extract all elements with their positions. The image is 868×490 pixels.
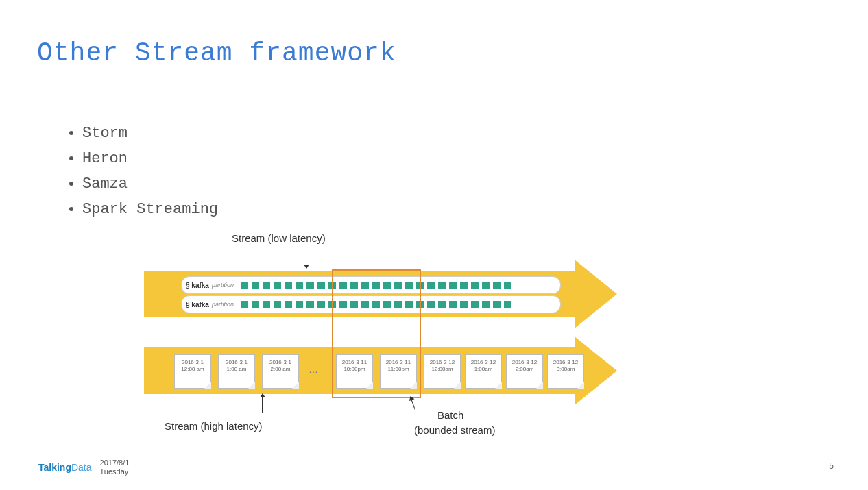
batch-card: 2016-3-12:00 am [262, 354, 299, 389]
stream-high-latency-label: Stream (high latency) [165, 420, 263, 432]
slide-footer: TalkingData 2017/8/1 Tuesday [38, 458, 129, 476]
batch-card: 2016-3-122:00am [506, 354, 543, 389]
page-number: 5 [829, 461, 834, 471]
bullet-item: Storm [82, 125, 218, 142]
stream-batch-diagram: Stream (low latency) § kafka partition §… [144, 230, 624, 449]
kafka-logo: § kafka [186, 301, 209, 308]
brand-logo: TalkingData [38, 462, 92, 473]
batch-label: Batch [437, 409, 463, 421]
pointer-line [410, 397, 415, 410]
pointer-line [306, 249, 306, 268]
arrow-head-icon [575, 260, 617, 328]
batch-card: 2016-3-1212:00am [424, 354, 461, 389]
batch-card: 2016-3-121:00am [465, 354, 502, 389]
pointer-line [262, 394, 263, 413]
partition-label: partition [212, 282, 234, 289]
batch-card: 2016-3-112:00 am [174, 354, 211, 389]
bounded-stream-highlight [332, 269, 421, 398]
bullet-item: Samza [82, 175, 218, 193]
bullet-list: Storm Heron Samza Spark Streaming [38, 125, 218, 226]
bullet-item: Heron [82, 150, 218, 167]
kafka-logo: § kafka [186, 282, 209, 289]
batch-card: 2016-3-11:00 am [218, 354, 255, 389]
stream-low-latency-label: Stream (low latency) [232, 232, 326, 244]
bullet-item: Spark Streaming [82, 201, 218, 218]
batch-sublabel: (bounded stream) [414, 424, 495, 436]
partition-label: partition [212, 301, 234, 308]
footer-date: 2017/8/1 Tuesday [100, 458, 130, 476]
ellipsis: … [309, 364, 318, 375]
slide-title: Other Stream framework [37, 38, 396, 68]
batch-card: 2016-3-123:00am [547, 354, 584, 389]
